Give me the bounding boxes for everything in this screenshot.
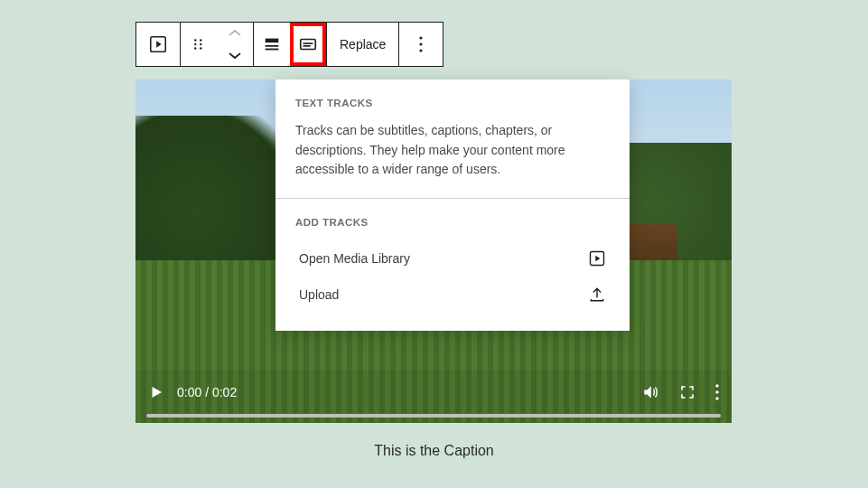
drag-handle-icon[interactable] xyxy=(181,23,217,66)
video-caption[interactable]: This is the Caption xyxy=(0,443,868,459)
svg-point-13 xyxy=(420,36,423,39)
upload-icon xyxy=(588,286,606,304)
progress-bar[interactable] xyxy=(146,414,721,418)
video-controls-right xyxy=(641,383,719,401)
move-up-icon[interactable] xyxy=(217,23,253,44)
align-button[interactable] xyxy=(254,23,290,66)
svg-rect-7 xyxy=(266,39,279,43)
more-options-icon[interactable] xyxy=(399,23,443,66)
toolbar-group-block xyxy=(136,23,181,66)
popover-section-info: TEXT TRACKS Tracks can be subtitles, cap… xyxy=(275,80,630,198)
block-toolbar: Replace xyxy=(135,22,443,67)
open-media-library-label: Open Media Library xyxy=(299,251,410,266)
popover-section-add: ADD TRACKS Open Media Library Upload xyxy=(275,198,630,331)
popover-heading-add-tracks: ADD TRACKS xyxy=(295,217,610,228)
video-more-icon[interactable] xyxy=(715,384,719,400)
video-block-icon[interactable] xyxy=(136,23,180,66)
popover-heading-text-tracks: TEXT TRACKS xyxy=(295,98,610,108)
toolbar-group-more xyxy=(399,23,443,66)
svg-point-15 xyxy=(420,49,423,52)
svg-point-16 xyxy=(715,384,718,387)
svg-point-17 xyxy=(715,390,718,393)
text-tracks-button[interactable] xyxy=(290,23,326,66)
svg-point-5 xyxy=(200,43,201,45)
video-controls-bar: 0:00 / 0:02 xyxy=(135,371,732,423)
move-up-down xyxy=(217,23,253,66)
svg-point-18 xyxy=(715,397,718,399)
volume-icon[interactable] xyxy=(641,383,659,401)
svg-point-1 xyxy=(194,39,196,41)
toolbar-group-movers xyxy=(181,23,254,66)
svg-rect-9 xyxy=(266,49,279,51)
popover-body-text-tracks: Tracks can be subtitles, captions, chapt… xyxy=(295,121,610,180)
upload-label: Upload xyxy=(299,287,339,302)
toolbar-group-replace: Replace xyxy=(327,23,399,66)
time-display: 0:00 / 0:02 xyxy=(177,385,237,399)
svg-point-4 xyxy=(200,39,201,41)
svg-rect-8 xyxy=(266,45,279,47)
text-tracks-popover: TEXT TRACKS Tracks can be subtitles, cap… xyxy=(275,80,630,331)
toolbar-group-align-tracks xyxy=(254,23,327,66)
move-down-icon[interactable] xyxy=(217,44,253,66)
svg-point-6 xyxy=(200,47,201,49)
upload-row[interactable]: Upload xyxy=(295,277,610,313)
play-icon[interactable] xyxy=(148,384,164,400)
svg-point-2 xyxy=(194,43,196,45)
media-library-icon xyxy=(588,249,606,267)
svg-point-14 xyxy=(420,42,423,45)
open-media-library-row[interactable]: Open Media Library xyxy=(295,240,610,277)
fullscreen-icon[interactable] xyxy=(679,384,695,400)
svg-rect-10 xyxy=(301,40,316,50)
replace-button[interactable]: Replace xyxy=(327,23,398,66)
svg-point-3 xyxy=(194,47,196,49)
